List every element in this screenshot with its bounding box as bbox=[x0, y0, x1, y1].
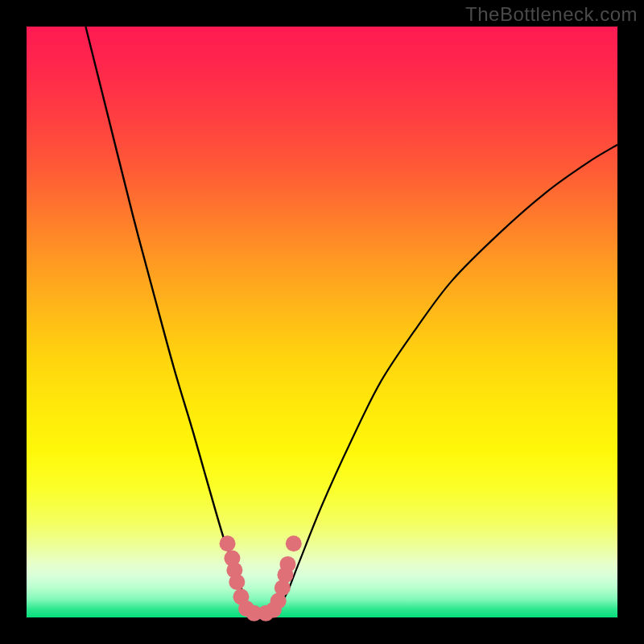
marker-dot bbox=[220, 535, 236, 551]
plot-area bbox=[27, 27, 617, 617]
watermark-text: TheBottleneck.com bbox=[465, 3, 638, 26]
bottleneck-curve-svg bbox=[27, 27, 617, 617]
marker-points bbox=[220, 535, 302, 621]
marker-dot bbox=[286, 535, 302, 551]
marker-dot bbox=[229, 574, 245, 590]
curve-left bbox=[85, 27, 251, 614]
curve-right bbox=[275, 145, 617, 615]
marker-dot bbox=[279, 556, 295, 572]
chart-frame: TheBottleneck.com bbox=[0, 0, 644, 644]
